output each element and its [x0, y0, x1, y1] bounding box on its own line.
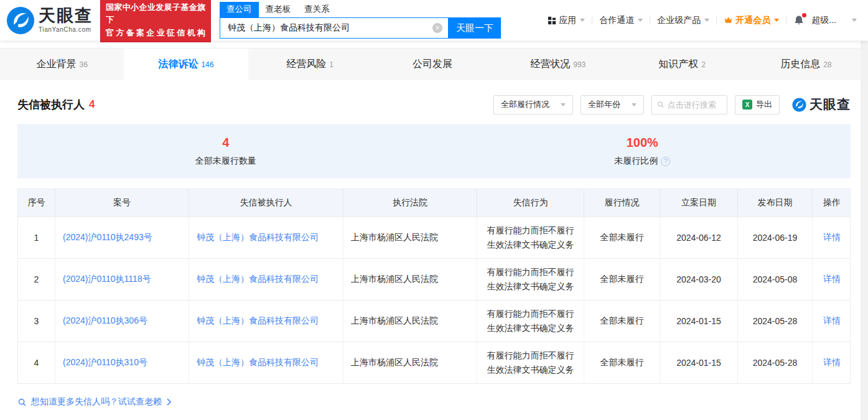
- menu-cooperation-label: 合作通道: [599, 15, 634, 26]
- chevron-down-icon: [561, 103, 566, 106]
- tab-label: 经营状况: [530, 58, 570, 71]
- table-row: 2 (2024)沪0110执1118号 钟茂（上海）食品科技有限公司 上海市杨浦…: [18, 258, 850, 300]
- behavior-line: 有履行能力而拒不履行: [487, 265, 574, 279]
- tab-company-background[interactable]: 企业背景 36: [0, 49, 124, 80]
- search-button[interactable]: 天眼一下: [449, 17, 501, 39]
- company-detail-tabs: 企业背景 36 法律诉讼 146 经营风险 1 公司发展 经营状况 993 知识…: [0, 48, 868, 80]
- company-link[interactable]: 钟茂（上海）食品科技有限公司: [197, 274, 319, 285]
- tab-label: 历史信息: [780, 58, 820, 71]
- table-row: 3 (2024)沪0110执306号 钟茂（上海）食品科技有限公司 上海市杨浦区…: [18, 300, 850, 342]
- clear-input-icon[interactable]: [432, 23, 442, 33]
- tab-label: 企业背景: [36, 58, 76, 71]
- section-title: 失信被执行人: [17, 97, 85, 112]
- cell-index: 3: [18, 301, 55, 342]
- detail-link[interactable]: 详情: [823, 357, 841, 368]
- tab-label: 知识产权: [658, 58, 698, 71]
- tianyancha-logo[interactable]: 天眼查 TianYanCha.com: [6, 6, 93, 35]
- scrollbar-track[interactable]: [861, 41, 868, 420]
- tab-company-development[interactable]: 公司发展: [372, 49, 496, 80]
- help-icon[interactable]: [661, 157, 670, 166]
- chevron-down-icon: [638, 19, 643, 22]
- tab-count: 36: [79, 60, 87, 69]
- detail-link[interactable]: 详情: [823, 232, 841, 243]
- menu-apps[interactable]: 应用: [548, 15, 585, 26]
- case-number-link[interactable]: (2024)沪0110执310号: [63, 357, 147, 368]
- top-header: 天眼查 TianYanCha.com 国家中小企业发展子基金旗下 官方备案企业征…: [0, 0, 868, 40]
- behavior-line: 有履行能力而拒不履行: [487, 307, 574, 321]
- case-number-link[interactable]: (2024)沪0110执2493号: [63, 232, 152, 243]
- tianyancha-watermark: 天眼查: [792, 96, 851, 113]
- export-button[interactable]: 导出: [735, 95, 780, 114]
- apps-grid-icon: [548, 16, 556, 25]
- column-header: 失信行为: [477, 189, 584, 217]
- tab-count: 28: [823, 60, 831, 69]
- notification-bell[interactable]: [793, 15, 805, 26]
- cell-publish-date: 2024-05-28: [738, 342, 813, 383]
- search-tab-company[interactable]: 查公司: [220, 2, 259, 17]
- cell-behavior: 有履行能力而拒不履行 生效法律文书确定义务: [477, 301, 584, 342]
- brand-name: 天眼查: [39, 7, 93, 24]
- cell-filing-date: 2024-01-15: [660, 342, 738, 383]
- stat-label: 未履行比例: [614, 156, 670, 167]
- behavior-line: 生效法律文书确定义务: [487, 238, 574, 252]
- behavior-line: 生效法律文书确定义务: [487, 279, 574, 294]
- company-link[interactable]: 钟茂（上海）食品科技有限公司: [197, 232, 319, 243]
- certification-badge: 国家中小企业发展子基金旗下 官方备案企业征信机构: [100, 0, 211, 42]
- tab-business-status[interactable]: 经营状况 993: [496, 49, 620, 80]
- detail-link[interactable]: 详情: [823, 274, 841, 285]
- company-link[interactable]: 钟茂（上海）食品科技有限公司: [197, 315, 319, 327]
- table-search-input[interactable]: [668, 100, 722, 110]
- tab-label: 公司发展: [413, 58, 452, 71]
- tab-intellectual-property[interactable]: 知识产权 2: [620, 49, 744, 80]
- search-tab-boss[interactable]: 查老板: [259, 2, 298, 17]
- year-filter-dropdown[interactable]: 全部年份: [581, 95, 644, 114]
- tab-legal-proceedings[interactable]: 法律诉讼 146: [124, 49, 248, 80]
- cell-filing-date: 2024-06-12: [660, 217, 738, 258]
- section-count-badge: 4: [89, 98, 95, 111]
- stat-value: 4: [222, 136, 229, 150]
- stat-label: 全部未履行数量: [195, 156, 256, 167]
- behavior-line: 生效法律文书确定义务: [487, 321, 574, 335]
- menu-vip-label: 开通会员: [735, 15, 770, 26]
- performance-filter-dropdown[interactable]: 全部履行情况: [493, 95, 573, 114]
- cell-filing-date: 2024-01-15: [660, 301, 738, 342]
- menu-open-vip[interactable]: 开通会员: [724, 15, 779, 26]
- crown-icon: [724, 16, 733, 25]
- detail-link[interactable]: 详情: [823, 315, 841, 327]
- user-account[interactable]: 超级...: [811, 15, 836, 26]
- more-link-text: 想知道更多失信人吗？试试查老赖: [31, 396, 162, 408]
- chevron-right-icon: [166, 398, 172, 406]
- menu-enterprise-products[interactable]: 企业级产品: [657, 15, 709, 26]
- table-search-box[interactable]: [651, 95, 727, 114]
- column-header: 序号: [18, 189, 55, 217]
- cell-index: 2: [18, 259, 55, 300]
- case-number-link[interactable]: (2024)沪0110执1118号: [63, 274, 151, 285]
- column-header: 失信被执行人: [189, 189, 343, 217]
- case-number-link[interactable]: (2024)沪0110执306号: [63, 315, 147, 327]
- behavior-line: 有履行能力而拒不履行: [487, 348, 574, 363]
- watermark-text: 天眼查: [810, 96, 851, 113]
- excel-icon: [742, 100, 752, 110]
- tab-business-risk[interactable]: 经营风险 1: [248, 49, 372, 80]
- chevron-down-icon: [704, 19, 709, 22]
- cell-index: 4: [18, 342, 55, 383]
- cell-publish-date: 2024-05-28: [738, 301, 813, 342]
- more-dishonest-persons-link[interactable]: 想知道更多失信人吗？试试查老赖: [17, 396, 851, 408]
- logo-text: 天眼查 TianYanCha.com: [39, 7, 93, 33]
- section-title-wrap: 失信被执行人 4: [17, 97, 95, 112]
- brand-domain: TianYanCha.com: [39, 26, 93, 33]
- company-link[interactable]: 钟茂（上海）食品科技有限公司: [197, 357, 319, 368]
- menu-cooperation[interactable]: 合作通道: [599, 15, 643, 26]
- year-filter-label: 全部年份: [588, 99, 620, 110]
- column-header: 执行法院: [343, 189, 477, 217]
- cell-behavior: 有履行能力而拒不履行 生效法律文书确定义务: [477, 259, 584, 300]
- account-chevron-down-icon[interactable]: [852, 19, 857, 22]
- search-tab-relation[interactable]: 查关系: [297, 2, 337, 17]
- table-header-row: 序号 案号 失信被执行人 执行法院 失信行为 履行情况 立案日期 发布日期 操作: [18, 189, 850, 217]
- tab-label: 经营风险: [286, 58, 326, 71]
- company-search-input[interactable]: [220, 18, 448, 38]
- cell-court: 上海市杨浦区人民法院: [343, 259, 477, 300]
- column-header: 操作: [813, 189, 851, 217]
- cell-publish-date: 2024-06-19: [738, 217, 813, 258]
- tab-history[interactable]: 历史信息 28: [744, 49, 868, 80]
